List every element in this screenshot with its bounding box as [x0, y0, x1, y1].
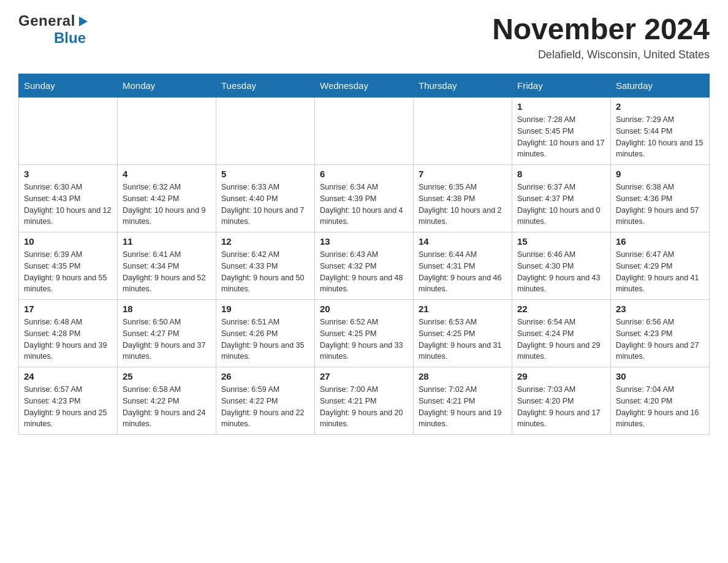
day-info: Sunrise: 6:46 AMSunset: 4:30 PMDaylight:… — [517, 249, 605, 295]
logo-blue-text: Blue — [54, 29, 86, 47]
table-row: 30Sunrise: 7:04 AMSunset: 4:20 PMDayligh… — [611, 367, 710, 435]
day-number: 4 — [123, 169, 211, 179]
title-section: November 2024 Delafield, Wisconsin, Unit… — [492, 12, 710, 61]
day-info: Sunrise: 6:35 AMSunset: 4:38 PMDaylight:… — [419, 182, 507, 228]
day-info: Sunrise: 6:37 AMSunset: 4:37 PMDaylight:… — [517, 182, 605, 228]
day-number: 30 — [616, 371, 704, 381]
table-row: 15Sunrise: 6:46 AMSunset: 4:30 PMDayligh… — [512, 232, 611, 300]
header-saturday: Saturday — [611, 74, 710, 98]
day-number: 17 — [24, 304, 112, 314]
logo: General Blue — [18, 12, 90, 47]
day-number: 29 — [517, 371, 605, 381]
day-number: 5 — [221, 169, 309, 179]
day-info: Sunrise: 7:29 AMSunset: 5:44 PMDaylight:… — [616, 114, 704, 160]
day-info: Sunrise: 6:44 AMSunset: 4:31 PMDaylight:… — [419, 249, 507, 295]
table-row: 16Sunrise: 6:47 AMSunset: 4:29 PMDayligh… — [611, 232, 710, 300]
day-info: Sunrise: 6:47 AMSunset: 4:29 PMDaylight:… — [616, 249, 704, 295]
day-number: 8 — [517, 169, 605, 179]
day-info: Sunrise: 7:03 AMSunset: 4:20 PMDaylight:… — [517, 384, 605, 430]
table-row — [118, 98, 216, 165]
day-number: 18 — [123, 304, 211, 314]
calendar-title: November 2024 — [492, 12, 710, 46]
day-info: Sunrise: 6:53 AMSunset: 4:25 PMDaylight:… — [419, 316, 507, 362]
table-row: 18Sunrise: 6:50 AMSunset: 4:27 PMDayligh… — [118, 300, 216, 367]
table-row: 10Sunrise: 6:39 AMSunset: 4:35 PMDayligh… — [19, 232, 118, 300]
day-info: Sunrise: 6:54 AMSunset: 4:24 PMDaylight:… — [517, 316, 605, 362]
svg-marker-0 — [79, 17, 88, 26]
calendar-week-row: 10Sunrise: 6:39 AMSunset: 4:35 PMDayligh… — [19, 232, 710, 300]
day-number: 26 — [221, 371, 309, 381]
table-row: 7Sunrise: 6:35 AMSunset: 4:38 PMDaylight… — [414, 165, 512, 232]
day-info: Sunrise: 6:43 AMSunset: 4:32 PMDaylight:… — [320, 249, 408, 295]
day-number: 16 — [616, 236, 704, 247]
table-row: 1Sunrise: 7:28 AMSunset: 5:45 PMDaylight… — [512, 98, 611, 165]
calendar-week-row: 3Sunrise: 6:30 AMSunset: 4:43 PMDaylight… — [19, 165, 710, 232]
calendar-subtitle: Delafield, Wisconsin, United States — [492, 48, 710, 61]
day-info: Sunrise: 7:28 AMSunset: 5:45 PMDaylight:… — [517, 114, 605, 160]
table-row: 5Sunrise: 6:33 AMSunset: 4:40 PMDaylight… — [216, 165, 315, 232]
day-number: 10 — [24, 236, 112, 247]
table-row: 11Sunrise: 6:41 AMSunset: 4:34 PMDayligh… — [118, 232, 216, 300]
day-number: 28 — [419, 371, 507, 381]
table-row: 26Sunrise: 6:59 AMSunset: 4:22 PMDayligh… — [216, 367, 315, 435]
day-info: Sunrise: 7:04 AMSunset: 4:20 PMDaylight:… — [616, 384, 704, 430]
table-row: 8Sunrise: 6:37 AMSunset: 4:37 PMDaylight… — [512, 165, 611, 232]
day-info: Sunrise: 6:48 AMSunset: 4:28 PMDaylight:… — [24, 316, 112, 362]
day-number: 6 — [320, 169, 408, 179]
header-thursday: Thursday — [414, 74, 512, 98]
calendar-table: Sunday Monday Tuesday Wednesday Thursday… — [18, 74, 710, 435]
table-row: 28Sunrise: 7:02 AMSunset: 4:21 PMDayligh… — [414, 367, 512, 435]
table-row: 12Sunrise: 6:42 AMSunset: 4:33 PMDayligh… — [216, 232, 315, 300]
table-row: 4Sunrise: 6:32 AMSunset: 4:42 PMDaylight… — [118, 165, 216, 232]
calendar-header-row: Sunday Monday Tuesday Wednesday Thursday… — [19, 74, 710, 98]
day-info: Sunrise: 6:52 AMSunset: 4:25 PMDaylight:… — [320, 316, 408, 362]
table-row: 9Sunrise: 6:38 AMSunset: 4:36 PMDaylight… — [611, 165, 710, 232]
day-info: Sunrise: 6:56 AMSunset: 4:23 PMDaylight:… — [616, 316, 704, 362]
day-number: 22 — [517, 304, 605, 314]
day-info: Sunrise: 7:02 AMSunset: 4:21 PMDaylight:… — [419, 384, 507, 430]
day-info: Sunrise: 6:58 AMSunset: 4:22 PMDaylight:… — [123, 384, 211, 430]
day-number: 12 — [221, 236, 309, 247]
day-number: 3 — [24, 169, 112, 179]
day-number: 20 — [320, 304, 408, 314]
day-info: Sunrise: 6:30 AMSunset: 4:43 PMDaylight:… — [24, 182, 112, 228]
table-row: 27Sunrise: 7:00 AMSunset: 4:21 PMDayligh… — [315, 367, 414, 435]
table-row: 6Sunrise: 6:34 AMSunset: 4:39 PMDaylight… — [315, 165, 414, 232]
calendar-week-row: 1Sunrise: 7:28 AMSunset: 5:45 PMDaylight… — [19, 98, 710, 165]
header-friday: Friday — [512, 74, 611, 98]
day-number: 7 — [419, 169, 507, 179]
day-info: Sunrise: 6:42 AMSunset: 4:33 PMDaylight:… — [221, 249, 309, 295]
day-info: Sunrise: 6:41 AMSunset: 4:34 PMDaylight:… — [123, 249, 211, 295]
table-row — [414, 98, 512, 165]
table-row: 2Sunrise: 7:29 AMSunset: 5:44 PMDaylight… — [611, 98, 710, 165]
calendar-week-row: 24Sunrise: 6:57 AMSunset: 4:23 PMDayligh… — [19, 367, 710, 435]
day-info: Sunrise: 6:33 AMSunset: 4:40 PMDaylight:… — [221, 182, 309, 228]
day-info: Sunrise: 6:51 AMSunset: 4:26 PMDaylight:… — [221, 316, 309, 362]
table-row: 29Sunrise: 7:03 AMSunset: 4:20 PMDayligh… — [512, 367, 611, 435]
day-info: Sunrise: 6:57 AMSunset: 4:23 PMDaylight:… — [24, 384, 112, 430]
day-number: 11 — [123, 236, 211, 247]
day-info: Sunrise: 6:32 AMSunset: 4:42 PMDaylight:… — [123, 182, 211, 228]
table-row: 13Sunrise: 6:43 AMSunset: 4:32 PMDayligh… — [315, 232, 414, 300]
table-row: 17Sunrise: 6:48 AMSunset: 4:28 PMDayligh… — [19, 300, 118, 367]
day-info: Sunrise: 6:59 AMSunset: 4:22 PMDaylight:… — [221, 384, 309, 430]
day-info: Sunrise: 6:50 AMSunset: 4:27 PMDaylight:… — [123, 316, 211, 362]
table-row: 20Sunrise: 6:52 AMSunset: 4:25 PMDayligh… — [315, 300, 414, 367]
day-info: Sunrise: 6:38 AMSunset: 4:36 PMDaylight:… — [616, 182, 704, 228]
day-number: 2 — [616, 101, 704, 112]
day-info: Sunrise: 6:39 AMSunset: 4:35 PMDaylight:… — [24, 249, 112, 295]
table-row — [216, 98, 315, 165]
day-number: 27 — [320, 371, 408, 381]
table-row: 21Sunrise: 6:53 AMSunset: 4:25 PMDayligh… — [414, 300, 512, 367]
day-number: 1 — [517, 101, 605, 112]
day-number: 13 — [320, 236, 408, 247]
day-number: 25 — [123, 371, 211, 381]
day-info: Sunrise: 6:34 AMSunset: 4:39 PMDaylight:… — [320, 182, 408, 228]
day-number: 19 — [221, 304, 309, 314]
calendar-week-row: 17Sunrise: 6:48 AMSunset: 4:28 PMDayligh… — [19, 300, 710, 367]
header-sunday: Sunday — [19, 74, 118, 98]
logo-arrow-icon — [77, 15, 90, 28]
day-number: 21 — [419, 304, 507, 314]
header-monday: Monday — [118, 74, 216, 98]
day-number: 14 — [419, 236, 507, 247]
